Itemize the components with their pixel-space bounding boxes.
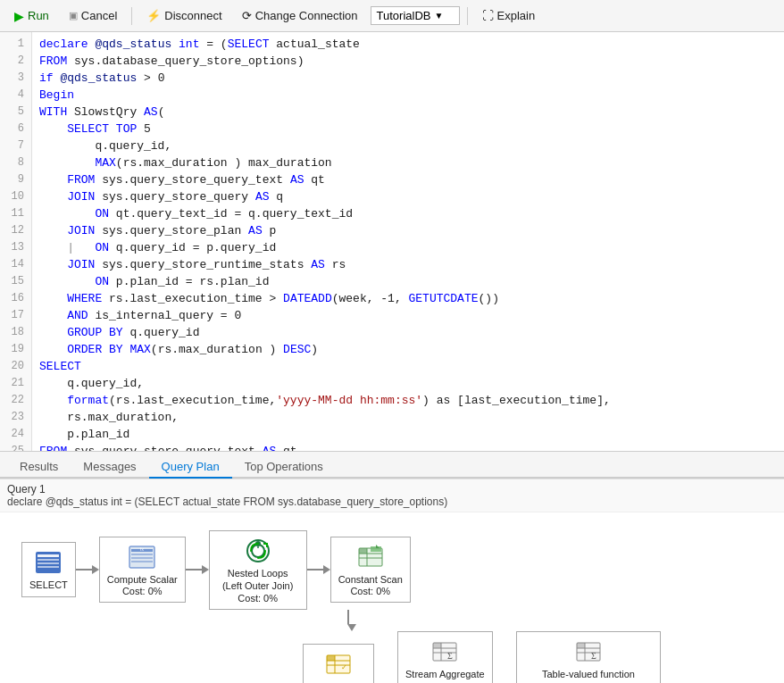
svg-rect-19 bbox=[359, 548, 367, 554]
svg-rect-8 bbox=[131, 557, 153, 559]
code-line: if @qds_status > 0 bbox=[39, 70, 777, 87]
disconnect-icon: ⚡ bbox=[146, 9, 161, 22]
code-line: JOIN sys.query_store_runtime_stats AS rs bbox=[39, 256, 777, 273]
change-connection-label: Change Connection bbox=[255, 9, 358, 22]
compute-cost: Cost: 0% bbox=[122, 586, 163, 596]
explain-label: Explain bbox=[497, 9, 536, 22]
code-line: SELECT bbox=[39, 358, 777, 375]
plan-node-tvf: Σ Table-valued function[QUERY_STORE_OPTI… bbox=[516, 631, 661, 683]
code-line: declare @qds_status int = (SELECT actual… bbox=[39, 36, 777, 53]
tab-messages[interactable]: Messages bbox=[71, 456, 148, 479]
svg-rect-4 bbox=[38, 566, 59, 568]
code-line: p.plan_id bbox=[39, 426, 777, 443]
code-line: | ON q.query_id = p.query_id bbox=[39, 239, 777, 256]
line-number-2: 2 bbox=[0, 53, 31, 70]
svg-text:✓: ✓ bbox=[341, 663, 347, 671]
code-line: ON qt.query_text_id = q.query_text_id bbox=[39, 205, 777, 222]
line-number-16: 16 bbox=[0, 290, 31, 307]
code-content[interactable]: declare @qds_status int = (SELECT actual… bbox=[32, 32, 784, 451]
code-line: JOIN sys.query_store_query AS q bbox=[39, 188, 777, 205]
explain-button[interactable]: ⛶ Explain bbox=[475, 6, 543, 25]
constant-cost: Cost: 0% bbox=[350, 586, 390, 596]
run-button[interactable]: ▶ Run bbox=[7, 6, 56, 26]
arrow-1 bbox=[76, 565, 99, 574]
line-number-24: 24 bbox=[0, 426, 31, 443]
assert-icon: ✓ bbox=[324, 650, 353, 679]
line-number-20: 20 bbox=[0, 358, 31, 375]
code-line: MAX(rs.max_duration ) max_duration bbox=[39, 154, 777, 171]
svg-rect-1 bbox=[38, 554, 59, 557]
plan-node-nested: Nested Loops(Left Outer Join) Cost: 0% bbox=[209, 530, 307, 610]
line-number-7: 7 bbox=[0, 137, 31, 154]
line-number-8: 8 bbox=[0, 154, 31, 171]
plan-node-select: SELECT bbox=[21, 542, 76, 597]
plan-top-row: SELECT fx bbox=[21, 530, 763, 610]
line-number-6: 6 bbox=[0, 121, 31, 137]
query-number: Query 1 bbox=[7, 483, 46, 496]
query-text-preview: declare @qds_status int = (SELECT actual… bbox=[7, 496, 447, 508]
line-number-17: 17 bbox=[0, 307, 31, 324]
vertical-connector bbox=[347, 610, 763, 631]
line-number-25: 25 bbox=[0, 443, 31, 452]
plan-node-assert: ✓ Assert Cost: 0% bbox=[303, 644, 374, 683]
code-line: JOIN sys.query_store_plan AS p bbox=[39, 222, 777, 239]
code-line: AND is_internal_query = 0 bbox=[39, 307, 777, 324]
tabs-bar: Results Messages Query Plan Top Operatio… bbox=[0, 452, 784, 479]
code-editor[interactable]: 1234567891011121314151617181920212223242… bbox=[0, 32, 784, 452]
line-number-4: 4 bbox=[0, 87, 31, 104]
code-line: format(rs.last_execution_time,'yyyy-MM-d… bbox=[39, 392, 777, 409]
arrow-2 bbox=[186, 565, 209, 574]
code-line: ON p.plan_id = rs.plan_id bbox=[39, 273, 777, 290]
plan-node-aggregate: Σ Stream Aggregate(Aggregate) Cost: 37% bbox=[397, 631, 493, 683]
constant-label: Constant Scan bbox=[338, 573, 403, 586]
line-number-12: 12 bbox=[0, 222, 31, 239]
aggregate-label: Stream Aggregate(Aggregate) bbox=[405, 668, 485, 683]
line-number-21: 21 bbox=[0, 375, 31, 392]
tab-top-operations[interactable]: Top Operations bbox=[232, 456, 336, 479]
code-line: WHERE rs.last_execution_time > DATEADD(w… bbox=[39, 290, 777, 307]
separator-1 bbox=[131, 7, 132, 25]
cancel-button[interactable]: ▣ Cancel bbox=[62, 6, 124, 25]
cancel-label: Cancel bbox=[81, 9, 117, 22]
code-line: GROUP BY q.query_id bbox=[39, 324, 777, 341]
svg-text:Σ: Σ bbox=[447, 651, 453, 661]
code-line: Begin bbox=[39, 87, 777, 104]
svg-text:Σ: Σ bbox=[591, 651, 596, 661]
line-number-18: 18 bbox=[0, 324, 31, 341]
query-label-bar: Query 1 declare @qds_status int = (SELEC… bbox=[0, 479, 784, 512]
arrow-3 bbox=[307, 565, 330, 574]
plan-container: SELECT fx bbox=[14, 523, 770, 683]
line-number-14: 14 bbox=[0, 256, 31, 273]
change-connection-button[interactable]: ⟳ Change Connection bbox=[235, 6, 365, 25]
compute-icon: fx bbox=[128, 543, 156, 571]
chevron-down-icon: ▼ bbox=[435, 11, 444, 21]
aggregate-icon: Σ bbox=[430, 637, 459, 666]
plan-bottom-branch: ✓ Assert Cost: 0% bbox=[303, 610, 763, 683]
code-line: FROM sys.database_query_store_options) bbox=[39, 53, 777, 70]
line-numbers: 1234567891011121314151617181920212223242… bbox=[0, 32, 32, 451]
database-name: TutorialDB bbox=[377, 9, 431, 22]
toolbar: ▶ Run ▣ Cancel ⚡ Disconnect ⟳ Change Con… bbox=[0, 0, 784, 32]
tvf-label: Table-valued function[QUERY_STORE_OPTION… bbox=[524, 668, 653, 683]
nested-cost: Cost: 0% bbox=[238, 593, 278, 604]
svg-rect-2 bbox=[38, 559, 59, 561]
nested-icon bbox=[244, 537, 272, 565]
svg-rect-26 bbox=[327, 655, 335, 661]
tab-query-plan[interactable]: Query Plan bbox=[149, 456, 232, 479]
code-line: q.query_id, bbox=[39, 137, 777, 154]
nested-label: Nested Loops(Left Outer Join) bbox=[222, 567, 293, 593]
svg-rect-9 bbox=[131, 561, 153, 562]
select-icon bbox=[34, 548, 63, 577]
disconnect-button[interactable]: ⚡ Disconnect bbox=[139, 6, 229, 25]
line-number-11: 11 bbox=[0, 205, 31, 222]
database-dropdown[interactable]: TutorialDB ▼ bbox=[371, 6, 460, 25]
code-line: FROM sys.query_store_query_text AS qt bbox=[39, 443, 777, 452]
change-connection-icon: ⟳ bbox=[242, 9, 252, 22]
tab-results[interactable]: Results bbox=[7, 456, 71, 479]
tvf-icon: Σ bbox=[574, 637, 603, 666]
code-line: FROM sys.query_store_query_text AS qt bbox=[39, 171, 777, 188]
explain-icon: ⛶ bbox=[482, 9, 494, 22]
code-line: rs.max_duration, bbox=[39, 409, 777, 426]
cancel-icon: ▣ bbox=[69, 10, 78, 21]
code-line: ORDER BY MAX(rs.max_duration ) DESC) bbox=[39, 341, 777, 358]
